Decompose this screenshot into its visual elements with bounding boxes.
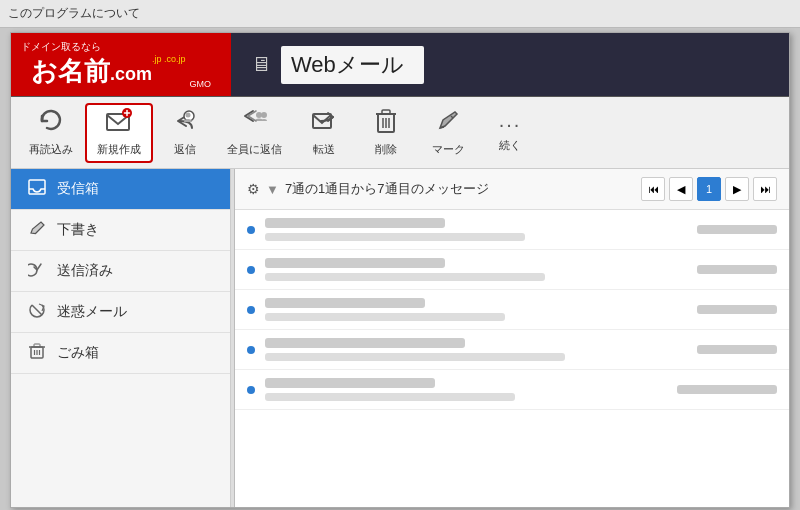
header: ドメイン取るなら お名前 .com .jp .co.jp GMO 🖥 Webメー… (11, 33, 789, 97)
unread-dot (247, 346, 255, 354)
reload-label: 再読込み (29, 142, 73, 157)
message-date (697, 265, 777, 274)
reply-label: 返信 (174, 142, 196, 157)
table-row[interactable] (235, 370, 789, 410)
forward-icon (311, 108, 337, 140)
toolbar: 再読込み 新規作成 (11, 97, 789, 169)
message-subject (265, 273, 545, 281)
unread-dot (247, 386, 255, 394)
message-sender (265, 378, 435, 388)
trash-label: ごみ箱 (57, 344, 99, 362)
sidebar: 受信箱 下書き 送信済み (11, 169, 231, 507)
message-content (265, 338, 687, 361)
spam-icon (27, 302, 47, 322)
current-page-button[interactable]: 1 (697, 177, 721, 201)
message-subject (265, 313, 505, 321)
reply-icon (172, 108, 198, 140)
dropdown-arrow-icon[interactable]: ▼ (266, 182, 279, 197)
content-area: 受信箱 下書き 送信済み (11, 169, 789, 507)
svg-point-7 (261, 112, 267, 118)
trash-icon (27, 343, 47, 363)
last-page-button[interactable]: ⏭ (753, 177, 777, 201)
message-list (235, 210, 789, 507)
reply-all-label: 全員に返信 (227, 142, 282, 157)
logo-top-text: ドメイン取るなら (21, 40, 101, 54)
logo-dot-com: .com (110, 64, 152, 85)
svg-line-16 (440, 127, 444, 128)
table-row[interactable] (235, 210, 789, 250)
sent-icon (27, 261, 47, 281)
unread-dot (247, 306, 255, 314)
monitor-icon: 🖥 (251, 53, 271, 76)
prev-page-button[interactable]: ◀ (669, 177, 693, 201)
message-count-text: 7通の1通目から7通目のメッセージ (285, 180, 641, 198)
sidebar-item-trash[interactable]: ごみ箱 (11, 333, 230, 374)
message-content (265, 298, 687, 321)
next-page-button[interactable]: ▶ (725, 177, 749, 201)
message-list-header: ⚙ ▼ 7通の1通目から7通目のメッセージ ⏮ ◀ 1 ▶ ⏭ (235, 169, 789, 210)
message-content (265, 258, 687, 281)
table-row[interactable] (235, 290, 789, 330)
message-date (697, 305, 777, 314)
mark-button[interactable]: マーク (418, 103, 478, 163)
more-button[interactable]: ··· 続く (480, 103, 540, 163)
svg-rect-11 (382, 110, 390, 114)
settings-gear-icon[interactable]: ⚙ (247, 181, 260, 197)
sidebar-item-inbox[interactable]: 受信箱 (11, 169, 230, 210)
message-sender (265, 218, 445, 228)
reload-icon (38, 108, 64, 140)
message-sender (265, 298, 425, 308)
message-subject (265, 233, 525, 241)
header-title-area: 🖥 Webメール (231, 33, 789, 96)
logo-domain-dots: .jp .co.jp (152, 54, 186, 64)
inbox-label: 受信箱 (57, 180, 99, 198)
compose-label: 新規作成 (97, 142, 141, 157)
first-page-button[interactable]: ⏮ (641, 177, 665, 201)
right-panel: ⚙ ▼ 7通の1通目から7通目のメッセージ ⏮ ◀ 1 ▶ ⏭ (235, 169, 789, 507)
delete-button[interactable]: 削除 (356, 103, 416, 163)
message-subject (265, 353, 565, 361)
unread-dot (247, 226, 255, 234)
more-icon: ··· (499, 113, 522, 136)
sidebar-item-sent[interactable]: 送信済み (11, 251, 230, 292)
message-sender (265, 338, 465, 348)
logo-main: お名前 .com .jp .co.jp GMO (31, 54, 211, 89)
reply-button[interactable]: 返信 (155, 103, 215, 163)
logo-onamae: お名前 (31, 54, 110, 89)
svg-point-5 (186, 113, 191, 118)
mark-icon (435, 108, 461, 140)
sidebar-item-spam[interactable]: 迷惑メール (11, 292, 230, 333)
mark-label: マーク (432, 142, 465, 157)
drafts-label: 下書き (57, 221, 99, 239)
more-label: 続く (499, 138, 521, 153)
logo-gmo: GMO (190, 79, 212, 89)
reply-all-button[interactable]: 全員に返信 (217, 103, 292, 163)
inbox-icon (27, 179, 47, 199)
message-content (265, 378, 667, 401)
drafts-icon (27, 220, 47, 240)
compose-button[interactable]: 新規作成 (85, 103, 153, 163)
spam-label: 迷惑メール (57, 303, 127, 321)
message-subject (265, 393, 515, 401)
message-date (697, 345, 777, 354)
logo-area: ドメイン取るなら お名前 .com .jp .co.jp GMO (11, 33, 231, 96)
pagination: ⏮ ◀ 1 ▶ ⏭ (641, 177, 777, 201)
message-content (265, 218, 687, 241)
title-bar: このプログラムについて (0, 0, 800, 28)
message-date (677, 385, 777, 394)
main-window: ドメイン取るなら お名前 .com .jp .co.jp GMO 🖥 Webメー… (10, 32, 790, 508)
delete-label: 削除 (375, 142, 397, 157)
page-title: Webメール (281, 46, 424, 84)
reply-all-icon (240, 108, 270, 140)
forward-label: 転送 (313, 142, 335, 157)
reload-button[interactable]: 再読込み (19, 103, 83, 163)
sent-label: 送信済み (57, 262, 113, 280)
forward-button[interactable]: 転送 (294, 103, 354, 163)
message-date (697, 225, 777, 234)
table-row[interactable] (235, 330, 789, 370)
title-bar-text: このプログラムについて (8, 5, 140, 22)
sidebar-item-drafts[interactable]: 下書き (11, 210, 230, 251)
message-sender (265, 258, 445, 268)
unread-dot (247, 266, 255, 274)
table-row[interactable] (235, 250, 789, 290)
